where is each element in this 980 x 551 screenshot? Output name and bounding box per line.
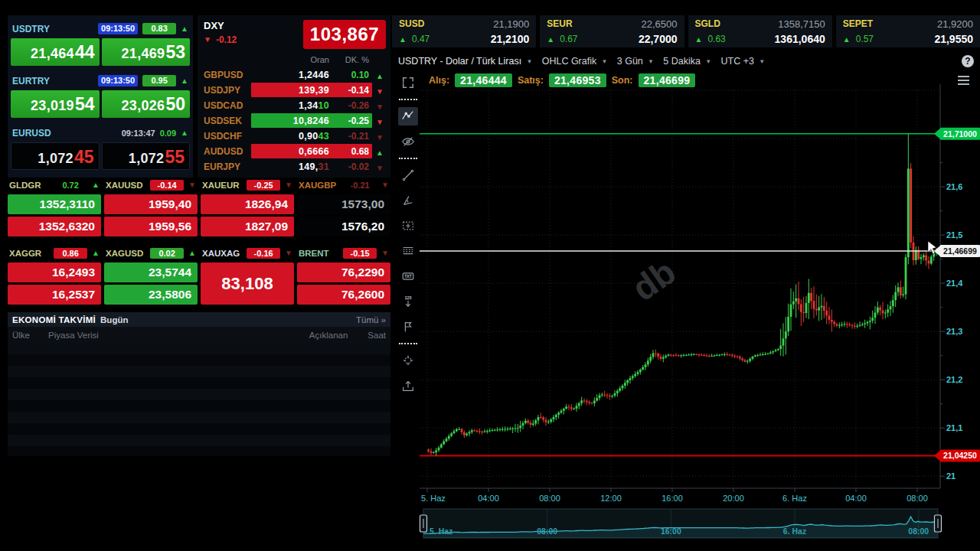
down-arrow-icon: ▼ (372, 160, 387, 174)
commodity-price-box[interactable]: 1959,40 (104, 194, 198, 214)
y-axis-label: 21,5 (946, 230, 962, 240)
column-oran: Oran (251, 55, 329, 64)
commodity-change: -0.25 (247, 180, 280, 191)
quote-pair: EURUSD (12, 128, 117, 139)
quote-bid-box[interactable]: 21,46444 (11, 38, 100, 66)
quote-ask-box[interactable]: 23,02650 (102, 90, 191, 118)
quote-tile-eurusd[interactable]: EURUSD09:13:470.09▲1,072451,07255 (11, 126, 190, 170)
fx-pair-label: USDCAD (204, 100, 251, 111)
fx-rate: 1,2446 (251, 70, 329, 80)
down-arrow-icon: ▼ (381, 249, 389, 257)
quote-change: 0.09 (160, 129, 176, 138)
x-axis-label: 6. Haz (782, 494, 807, 503)
index-change: ▲0.63 (695, 33, 726, 46)
commodity-label: XAUGBP (299, 181, 338, 190)
calendar-column-headers: Ülke Piyasa Verisi Açıklanan Saat (8, 327, 390, 343)
col-country: Ülke (12, 331, 30, 340)
commodity-xaugbp[interactable]: XAUGBP-0.21▼1573,001576,20 (297, 179, 390, 236)
x-axis-label: 08:00 (906, 494, 928, 503)
commodity-price-box[interactable]: 83,108 (201, 262, 294, 305)
index-label: SEUR (547, 18, 572, 31)
calendar-all-link[interactable]: Tümü » (356, 315, 386, 324)
quote-bid-box[interactable]: 23,01954 (11, 90, 100, 118)
down-arrow-icon: ▼ (285, 181, 292, 189)
index-prev-value: 1358,7150 (778, 18, 825, 31)
fx-row-usdsek[interactable]: USDSEK10,8246-0.25▼ (204, 113, 387, 128)
quote-bid-box[interactable]: 1,07245 (11, 142, 100, 170)
commodity-price-box[interactable]: 1826,94 (201, 194, 294, 214)
commodity-brent[interactable]: BRENT-0.15▼76,229076,2600 (297, 247, 390, 305)
commodity-xagusd[interactable]: XAGUSD0.02▲23,574423,5806 (104, 247, 198, 305)
quote-tile-eurtry[interactable]: EURTRY09:13:500.95▲23,0195423,02650 (11, 74, 190, 118)
up-arrow-icon: ▲ (92, 249, 100, 257)
navigator-label: 08:00 (537, 527, 557, 536)
fx-row-eurjpy[interactable]: EURJPY149,31-0.02▼ (204, 159, 387, 174)
fx-row-usdjpy[interactable]: USDJPY139,39-0.14▼ (204, 83, 387, 97)
commodity-price-box[interactable]: 16,2493 (8, 262, 101, 282)
down-arrow-icon: ▼ (381, 181, 389, 189)
quote-ask-box[interactable]: 21,46953 (102, 38, 191, 66)
index-cell-susd[interactable]: SUSD21,1900▲0.4721,2100 (392, 15, 536, 47)
calendar-day: Bugün (100, 315, 128, 324)
commodity-price-box[interactable]: 1352,6320 (8, 217, 101, 236)
commodity-price-box[interactable]: 1959,56 (104, 217, 198, 236)
fx-pair-label: EURJPY (204, 161, 251, 172)
fx-rate: 10,8246 (251, 116, 329, 126)
index-cell-sgld[interactable]: SGLD1358,7150▲0.631361,0640 (688, 15, 832, 47)
dxy-column-headers: Oran DK. % (204, 54, 387, 66)
commodity-price-box[interactable]: 76,2600 (297, 285, 390, 305)
commodity-xauusd[interactable]: XAUUSD-0.14▼1959,401959,56 (104, 179, 198, 236)
commodity-xaggr[interactable]: XAGGR0.86▲16,249316,2537 (8, 247, 101, 305)
index-summary-bar: SUSD21,1900▲0.4721,2100SEUR22,6500▲0.672… (392, 15, 980, 47)
column-dk: DK. % (329, 55, 372, 64)
up-arrow-icon: ▲ (181, 25, 188, 33)
down-arrow-icon: ▼ (372, 99, 387, 112)
x-axis-label: 5. Haz (421, 494, 446, 503)
dxy-panel: DXY ▼ -0.12 103,867 Oran DK. % GBPUSD1,2… (198, 15, 390, 178)
index-cell-sepet[interactable]: SEPET21,9200▲0.5721,9550 (836, 15, 980, 47)
x-axis-label: 16:00 (662, 494, 683, 503)
x-axis-label: 04:00 (478, 494, 499, 503)
price-badge: 21,46699 (943, 246, 977, 256)
up-arrow-icon: ▲ (181, 77, 188, 85)
down-arrow-icon: ▼ (285, 249, 292, 257)
commodity-price-box[interactable]: 1352,3110 (8, 194, 101, 214)
commodity-price-box[interactable]: 23,5806 (104, 285, 198, 305)
fx-pair-label: USDSEK (204, 116, 251, 126)
commodity-price-box[interactable]: 76,2290 (297, 262, 390, 282)
col-data: Piyasa Verisi (48, 331, 99, 340)
commodity-price-box[interactable]: 1576,20 (297, 217, 390, 236)
up-arrow-icon: ▲ (372, 145, 387, 158)
commodity-price-box[interactable]: 23,5744 (104, 262, 198, 282)
up-arrow-icon: ▲ (181, 129, 188, 137)
fx-row-usdcad[interactable]: USDCAD1,3410-0.26▼ (204, 98, 387, 112)
watermark: db (625, 251, 683, 308)
commodity-change: -0.21 (343, 181, 377, 190)
down-arrow-icon: ▼ (372, 83, 387, 97)
fx-change: -0.21 (329, 131, 372, 142)
fx-row-audusd[interactable]: AUDUSD0,66660.68▲ (204, 144, 387, 158)
commodity-gldgr[interactable]: GLDGR0.72▲1352,31101352,6320 (8, 179, 101, 236)
quote-tile-usdtry[interactable]: USDTRY09:13:500.83▲21,4644421,46953 (11, 22, 190, 66)
price-chart[interactable]: db21,621,521,421,321,221,1215. Haz04:000… (390, 50, 980, 551)
commodity-price-box[interactable]: 16,2537 (8, 285, 101, 305)
y-axis-label: 21,2 (946, 375, 962, 384)
mouse-cursor (928, 241, 936, 254)
fx-pair-label: GBPUSD (204, 70, 251, 80)
calendar-header: EKONOMİ TAKVİMİ Bugün Tümü » (8, 312, 390, 327)
commodity-price-box[interactable]: 1573,00 (297, 194, 390, 214)
commodity-price-box[interactable]: 1827,09 (201, 217, 294, 236)
fx-row-usdchf[interactable]: USDCHF0,9043-0.21▼ (204, 129, 387, 143)
y-axis-label: 21,6 (946, 182, 962, 191)
fx-row-gbpusd[interactable]: GBPUSD1,24460.10▲ (204, 67, 387, 82)
commodity-label: XAUUSD (106, 181, 145, 190)
index-cell-seur[interactable]: SEUR22,6500▲0.6722,7000 (540, 15, 684, 47)
commodity-xauxag[interactable]: XAUXAG-0.16▼83,108 (201, 247, 294, 305)
quote-time: 09:13:50 (98, 23, 138, 34)
quote-pair: EURTRY (12, 76, 93, 86)
commodity-change: -0.16 (247, 248, 280, 259)
index-value: 21,2100 (491, 33, 530, 46)
x-axis-label: 20:00 (723, 494, 744, 503)
commodity-xaueur[interactable]: XAUEUR-0.25▼1826,941827,09 (201, 179, 294, 236)
quote-ask-box[interactable]: 1,07255 (102, 142, 191, 170)
